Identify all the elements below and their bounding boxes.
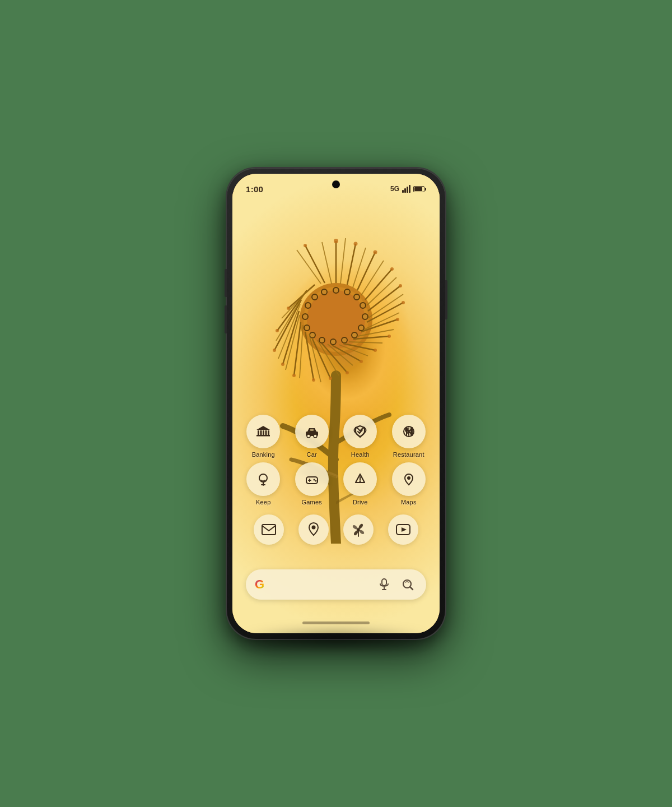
signal-bars-icon — [402, 185, 410, 193]
app-item-maps-bottom[interactable] — [297, 514, 330, 545]
search-lens-button[interactable] — [398, 575, 417, 594]
maps-bottom-icon — [298, 514, 329, 545]
app-item-pinwheel[interactable] — [342, 514, 375, 545]
svg-rect-78 — [263, 430, 264, 435]
svg-point-42 — [399, 284, 402, 287]
volume-up-button[interactable] — [225, 269, 227, 297]
drive-label: Drive — [353, 499, 368, 505]
app-item-banking[interactable]: Banking — [244, 415, 283, 458]
svg-line-32 — [294, 322, 301, 375]
svg-point-49 — [329, 377, 332, 380]
signal-bar-3 — [407, 187, 408, 193]
svg-line-37 — [305, 245, 325, 283]
svg-point-16 — [305, 303, 311, 308]
svg-point-53 — [273, 349, 276, 352]
app-item-gmail[interactable] — [252, 514, 286, 545]
battery-tip — [425, 188, 426, 191]
svg-point-102 — [313, 479, 315, 481]
svg-rect-107 — [262, 525, 276, 535]
svg-rect-80 — [268, 430, 269, 435]
svg-point-108 — [312, 526, 316, 530]
health-icon — [343, 415, 377, 448]
svg-point-38 — [334, 239, 338, 243]
svg-line-69 — [300, 325, 303, 378]
signal-bar-1 — [402, 190, 404, 193]
games-icon — [295, 462, 329, 496]
phone-screen: 1:00 5G — [232, 174, 440, 633]
svg-point-4 — [344, 289, 350, 295]
svg-point-43 — [402, 301, 405, 304]
search-mic-button[interactable] — [375, 575, 394, 594]
health-label: Health — [351, 451, 370, 458]
signal-bar-2 — [404, 188, 406, 193]
svg-point-56 — [304, 244, 307, 247]
svg-point-41 — [390, 267, 394, 271]
games-label: Games — [302, 499, 322, 505]
battery-fill — [414, 187, 422, 191]
app-item-youtube[interactable] — [386, 514, 420, 545]
app-row-3 — [244, 514, 428, 545]
svg-line-74 — [297, 250, 321, 284]
svg-point-54 — [276, 329, 279, 332]
svg-point-52 — [281, 363, 284, 366]
svg-point-103 — [315, 480, 316, 482]
svg-rect-79 — [265, 430, 267, 435]
app-item-car[interactable]: Car — [292, 415, 332, 458]
car-icon — [295, 415, 329, 448]
keep-icon — [246, 462, 280, 496]
svg-rect-77 — [260, 430, 262, 435]
gmail-icon — [254, 514, 284, 545]
network-indicator: 5G — [390, 185, 399, 193]
wallpaper — [232, 174, 440, 633]
app-item-drive[interactable]: Drive — [340, 462, 380, 505]
svg-point-11 — [330, 339, 336, 345]
svg-point-8 — [358, 325, 364, 331]
camera-notch — [332, 180, 340, 188]
power-button[interactable] — [445, 280, 447, 319]
volume-down-button[interactable] — [225, 305, 227, 333]
status-time: 1:00 — [246, 184, 263, 194]
app-item-games[interactable]: Games — [292, 462, 332, 505]
status-icons: 5G — [390, 185, 426, 193]
svg-point-6 — [360, 303, 366, 308]
battery-body — [413, 186, 424, 192]
battery-icon — [413, 186, 426, 192]
svg-line-21 — [357, 252, 375, 290]
search-bar[interactable]: G — [246, 569, 426, 600]
maps-label: Maps — [401, 499, 417, 505]
car-label: Car — [307, 451, 317, 458]
svg-marker-81 — [256, 426, 270, 430]
svg-point-47 — [360, 360, 363, 363]
svg-point-46 — [374, 349, 377, 352]
svg-rect-76 — [258, 430, 259, 435]
app-item-keep[interactable]: Keep — [244, 462, 283, 505]
svg-marker-112 — [402, 527, 407, 532]
app-item-restaurant[interactable]: Restaurant — [389, 415, 429, 458]
signal-bar-4 — [409, 185, 410, 193]
home-indicator[interactable] — [302, 622, 370, 624]
svg-point-51 — [292, 374, 296, 377]
svg-point-12 — [319, 337, 325, 343]
svg-point-48 — [346, 371, 349, 374]
svg-point-84 — [307, 434, 310, 438]
app-item-maps[interactable]: Maps — [389, 462, 429, 505]
restaurant-label: Restaurant — [393, 451, 424, 458]
pinwheel-icon — [343, 514, 374, 545]
app-row-1: Banking Car — [244, 415, 428, 458]
svg-point-105 — [360, 481, 361, 483]
svg-point-44 — [396, 318, 399, 321]
svg-line-117 — [410, 587, 413, 590]
banking-icon — [246, 415, 280, 448]
svg-point-50 — [312, 378, 315, 382]
svg-line-59 — [361, 261, 384, 295]
app-item-health[interactable]: Health — [340, 415, 380, 458]
banking-label: Banking — [252, 451, 275, 458]
svg-point-10 — [342, 337, 347, 343]
svg-point-3 — [333, 287, 339, 293]
svg-point-106 — [407, 476, 410, 480]
svg-point-39 — [354, 242, 358, 246]
svg-point-17 — [312, 294, 318, 300]
svg-point-7 — [362, 314, 368, 319]
app-grid: Banking Car — [232, 415, 440, 545]
svg-point-13 — [310, 332, 315, 338]
